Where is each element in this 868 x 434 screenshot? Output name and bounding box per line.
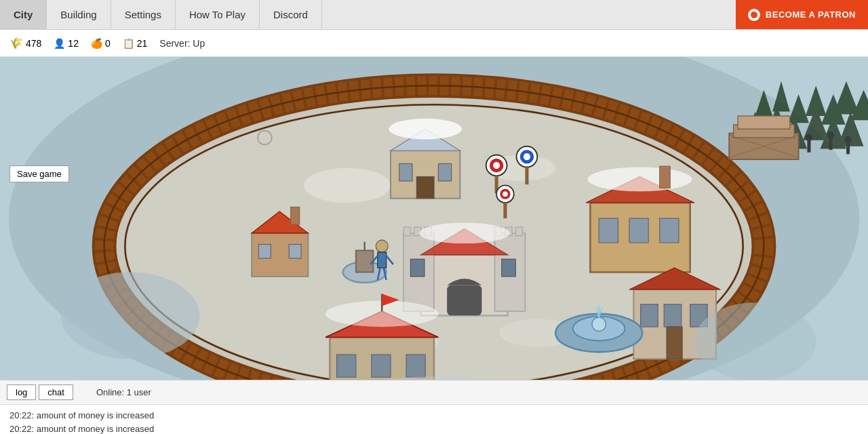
patron-icon xyxy=(748,9,760,21)
log-tab-button[interactable]: log xyxy=(7,384,36,400)
save-game-button[interactable]: Save game xyxy=(9,165,69,182)
oranges-value: 0 xyxy=(105,38,111,49)
svg-point-86 xyxy=(592,317,606,331)
svg-rect-101 xyxy=(503,203,507,218)
game-scene xyxy=(0,57,868,380)
navbar: City Building Settings How To Play Disco… xyxy=(0,0,868,30)
svg-rect-19 xyxy=(807,140,810,153)
timer-icon: 📋 xyxy=(123,38,134,49)
timer-value: 21 xyxy=(137,38,148,49)
svg-rect-62 xyxy=(502,259,515,277)
become-patron-button[interactable]: BECOME A PATRON xyxy=(736,0,868,29)
oranges-status: 🍊 0 xyxy=(91,38,111,49)
svg-point-65 xyxy=(588,167,692,191)
svg-rect-97 xyxy=(525,167,528,184)
nav-spacer xyxy=(322,0,729,29)
chat-line-2: 20:22: amount of money is increased xyxy=(9,422,859,435)
coins-status: 🌾 478 xyxy=(9,37,41,50)
population-status: 👤 12 xyxy=(54,38,79,49)
svg-point-96 xyxy=(524,153,530,160)
svg-rect-68 xyxy=(629,218,648,243)
population-value: 12 xyxy=(68,38,79,49)
svg-rect-39 xyxy=(438,163,451,181)
svg-rect-75 xyxy=(667,327,682,359)
svg-rect-73 xyxy=(664,304,682,327)
svg-rect-61 xyxy=(410,259,424,277)
svg-rect-82 xyxy=(372,355,391,377)
svg-rect-44 xyxy=(258,244,271,258)
svg-rect-43 xyxy=(291,207,300,224)
nav-city[interactable]: City xyxy=(0,0,47,29)
svg-rect-103 xyxy=(378,252,387,268)
svg-rect-57 xyxy=(515,227,522,236)
svg-point-24 xyxy=(844,136,851,142)
timer-status: 📋 21 xyxy=(123,38,148,49)
oranges-icon: 🍊 xyxy=(91,38,102,49)
svg-rect-45 xyxy=(289,244,301,258)
statusbar: 🌾 478 👤 12 🍊 0 📋 21 Server: Up xyxy=(0,30,868,57)
svg-point-92 xyxy=(493,162,500,169)
svg-point-115 xyxy=(694,302,816,380)
svg-rect-81 xyxy=(337,355,356,377)
svg-rect-47 xyxy=(356,250,374,272)
online-status: Online: 1 user xyxy=(96,387,151,397)
svg-rect-83 xyxy=(406,355,425,377)
svg-rect-110 xyxy=(738,116,790,129)
svg-rect-69 xyxy=(660,218,679,243)
svg-rect-58 xyxy=(447,285,481,316)
svg-rect-23 xyxy=(846,142,850,154)
svg-point-31 xyxy=(304,168,391,203)
nav-how-to-play[interactable]: How To Play xyxy=(176,0,260,29)
nav-settings[interactable]: Settings xyxy=(111,0,176,29)
svg-point-102 xyxy=(376,240,388,252)
population-icon: 👤 xyxy=(54,38,65,49)
server-status: Server: Up xyxy=(159,38,205,49)
chat-log: 20:22: amount of money is increased 20:2… xyxy=(0,404,868,434)
nav-discord[interactable]: Discord xyxy=(260,0,322,29)
svg-point-114 xyxy=(61,272,200,359)
coins-icon: 🌾 xyxy=(9,37,23,50)
svg-rect-66 xyxy=(660,166,670,188)
game-area[interactable]: Save game xyxy=(0,57,868,380)
patron-label: BECOME A PATRON xyxy=(766,9,856,20)
chat-line-1: 20:22: amount of money is increased xyxy=(9,409,859,422)
svg-rect-67 xyxy=(599,218,618,243)
svg-rect-21 xyxy=(829,138,832,150)
svg-point-37 xyxy=(389,119,462,140)
svg-rect-52 xyxy=(403,227,410,236)
chat-tab-button[interactable]: chat xyxy=(39,384,73,400)
svg-point-100 xyxy=(502,191,508,197)
svg-rect-38 xyxy=(399,163,412,181)
svg-point-22 xyxy=(827,132,834,138)
svg-rect-72 xyxy=(641,304,658,327)
server-label: Server: Up xyxy=(159,38,205,49)
nav-building[interactable]: Building xyxy=(47,0,111,29)
svg-rect-40 xyxy=(416,177,434,199)
coins-value: 478 xyxy=(26,38,41,49)
svg-point-60 xyxy=(419,222,509,243)
svg-point-20 xyxy=(806,134,812,141)
bottom-bar: log chat Online: 1 user xyxy=(0,380,868,404)
